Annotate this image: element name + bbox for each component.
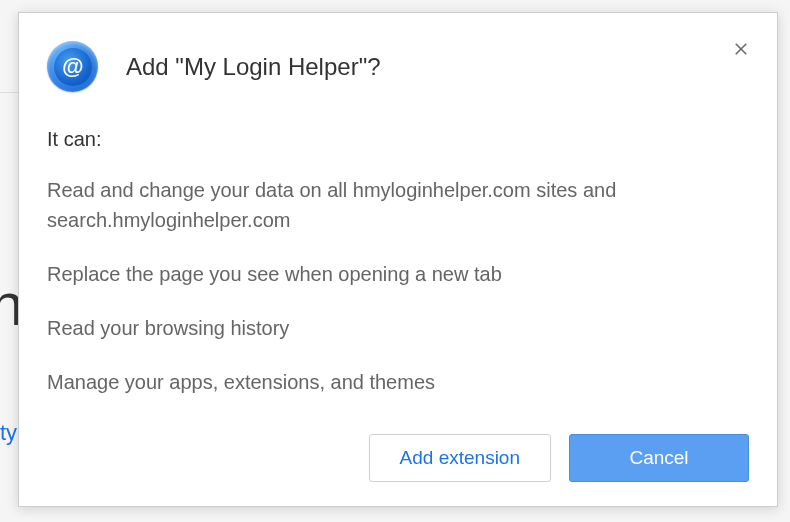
dialog-header: @ Add "My Login Helper"?: [19, 13, 777, 92]
permission-item: Replace the page you see when opening a …: [47, 259, 749, 289]
permissions-intro: It can:: [47, 128, 749, 151]
add-extension-button[interactable]: Add extension: [369, 434, 551, 482]
extension-icon: @: [47, 41, 98, 92]
dialog-title: Add "My Login Helper"?: [126, 53, 381, 81]
permission-item: Read your browsing history: [47, 313, 749, 343]
dialog-footer: Add extension Cancel: [369, 434, 749, 482]
background-partial-link: ty: [0, 420, 17, 446]
permission-item: Manage your apps, extensions, and themes: [47, 367, 749, 397]
close-icon: [732, 40, 750, 58]
at-sign-icon: @: [54, 48, 92, 86]
permission-item: Read and change your data on all hmylogi…: [47, 175, 749, 235]
dialog-body: It can: Read and change your data on all…: [19, 92, 777, 397]
cancel-button[interactable]: Cancel: [569, 434, 749, 482]
extension-install-dialog: @ Add "My Login Helper"? It can: Read an…: [18, 12, 778, 507]
close-button[interactable]: [729, 37, 753, 61]
background-divider: [0, 92, 18, 93]
